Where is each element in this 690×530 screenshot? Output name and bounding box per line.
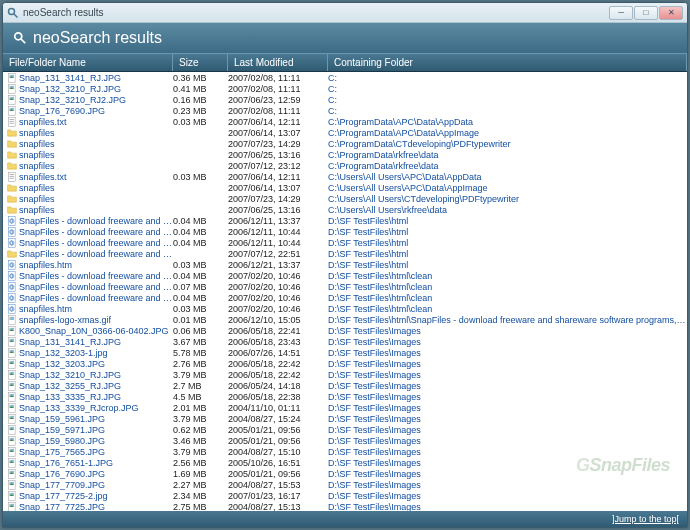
file-name-link[interactable]: snapfiles <box>19 194 173 204</box>
folder-link[interactable]: D:\SF TestFiles\Images <box>328 326 687 336</box>
file-name-link[interactable]: snapfiles <box>19 150 173 160</box>
table-row[interactable]: SnapFiles - download freeware and s...20… <box>3 248 687 259</box>
table-row[interactable]: Snap_177_7709.JPG2.27 MB2004/08/27, 15:5… <box>3 479 687 490</box>
file-name-link[interactable]: SnapFiles - download freeware and s... <box>19 238 173 248</box>
folder-link[interactable]: C: <box>328 84 687 94</box>
table-row[interactable]: SnapFiles - download freeware and s...0.… <box>3 237 687 248</box>
maximize-button[interactable]: □ <box>634 6 658 20</box>
folder-link[interactable]: D:\SF TestFiles\Images <box>328 348 687 358</box>
folder-link[interactable]: D:\SF TestFiles\Images <box>328 414 687 424</box>
file-name-link[interactable]: snapfiles <box>19 161 173 171</box>
file-name-link[interactable]: Snap_176_7690.JPG <box>19 469 173 479</box>
table-row[interactable]: snapfiles.htm0.03 MB2007/02/20, 10:46D:\… <box>3 303 687 314</box>
table-row[interactable]: Snap_175_7565.JPG3.79 MB2004/08/27, 15:1… <box>3 446 687 457</box>
col-header-modified[interactable]: Last Modified <box>228 54 328 71</box>
folder-link[interactable]: D:\SF TestFiles\Images <box>328 403 687 413</box>
folder-link[interactable]: D:\SF TestFiles\Images <box>328 381 687 391</box>
folder-link[interactable]: D:\SF TestFiles\html\clean <box>328 304 687 314</box>
folder-link[interactable]: D:\SF TestFiles\Images <box>328 480 687 490</box>
table-row[interactable]: Snap_177_7725.JPG2.75 MB2004/08/27, 15:1… <box>3 501 687 511</box>
folder-link[interactable]: D:\SF TestFiles\Images <box>328 392 687 402</box>
folder-link[interactable]: D:\SF TestFiles\Images <box>328 469 687 479</box>
folder-link[interactable]: D:\SF TestFiles\html <box>328 227 687 237</box>
table-row[interactable]: Snap_132_3210_RJ2.JPG0.16 MB2007/06/23, … <box>3 94 687 105</box>
folder-link[interactable]: C:\Users\All Users\CTdeveloping\PDFtypew… <box>328 194 687 204</box>
file-name-link[interactable]: Snap_177_7725.JPG <box>19 502 173 512</box>
table-row[interactable]: Snap_176_7690.JPG1.69 MB2005/01/21, 09:5… <box>3 468 687 479</box>
file-name-link[interactable]: Snap_132_3210_RJ.JPG <box>19 84 173 94</box>
file-name-link[interactable]: snapfiles.txt <box>19 117 173 127</box>
folder-link[interactable]: C:\Users\All Users\APC\Data\AppData <box>328 172 687 182</box>
table-row[interactable]: Snap_132_3210_RJ.JPG0.41 MB2007/02/08, 1… <box>3 83 687 94</box>
close-button[interactable]: ✕ <box>659 6 683 20</box>
folder-link[interactable]: C:\ProgramData\rkfree\data <box>328 150 687 160</box>
folder-link[interactable]: D:\SF TestFiles\html\clean <box>328 293 687 303</box>
table-row[interactable]: Snap_132_3255_RJ.JPG2.7 MB2006/05/24, 14… <box>3 380 687 391</box>
table-row[interactable]: snapfiles.txt0.03 MB2007/06/14, 12:11C:\… <box>3 116 687 127</box>
folder-link[interactable]: D:\SF TestFiles\html\clean <box>328 282 687 292</box>
folder-link[interactable]: D:\SF TestFiles\Images <box>328 491 687 501</box>
results-list[interactable]: Snap_131_3141_RJ.JPG0.36 MB2007/02/08, 1… <box>3 72 687 511</box>
file-name-link[interactable]: snapfiles <box>19 128 173 138</box>
table-row[interactable]: snapfiles2007/07/23, 14:29C:\ProgramData… <box>3 138 687 149</box>
folder-link[interactable]: C:\ProgramData\rkfree\data <box>328 161 687 171</box>
folder-link[interactable]: D:\SF TestFiles\Images <box>328 502 687 512</box>
table-row[interactable]: SnapFiles - download freeware and s...0.… <box>3 292 687 303</box>
table-row[interactable]: Snap_132_3203.JPG2.76 MB2006/05/18, 22:4… <box>3 358 687 369</box>
table-row[interactable]: snapfiles2007/07/12, 23:12C:\ProgramData… <box>3 160 687 171</box>
file-name-link[interactable]: SnapFiles - download freeware and s... <box>19 249 173 259</box>
table-row[interactable]: Snap_159_5971.JPG0.62 MB2005/01/21, 09:5… <box>3 424 687 435</box>
folder-link[interactable]: D:\SF TestFiles\Images <box>328 436 687 446</box>
file-name-link[interactable]: Snap_159_5971.JPG <box>19 425 173 435</box>
folder-link[interactable]: C:\Users\All Users\rkfree\data <box>328 205 687 215</box>
folder-link[interactable]: D:\SF TestFiles\html <box>328 238 687 248</box>
file-name-link[interactable]: Snap_133_3339_RJcrop.JPG <box>19 403 173 413</box>
table-row[interactable]: Snap_131_3141_RJ.JPG3.67 MB2006/05/18, 2… <box>3 336 687 347</box>
table-row[interactable]: snapfiles2007/06/14, 13:07C:\ProgramData… <box>3 127 687 138</box>
folder-link[interactable]: C:\ProgramData\APC\Data\AppImage <box>328 128 687 138</box>
file-name-link[interactable]: Snap_132_3210_RJ.JPG <box>19 370 173 380</box>
minimize-button[interactable]: ─ <box>609 6 633 20</box>
table-row[interactable]: Snap_176_7690.JPG0.23 MB2007/02/08, 11:1… <box>3 105 687 116</box>
file-name-link[interactable]: SnapFiles - download freeware and s... <box>19 216 173 226</box>
file-name-link[interactable]: Snap_132_3210_RJ2.JPG <box>19 95 173 105</box>
folder-link[interactable]: C: <box>328 95 687 105</box>
file-name-link[interactable]: snapfiles <box>19 205 173 215</box>
folder-link[interactable]: D:\SF TestFiles\Images <box>328 447 687 457</box>
file-name-link[interactable]: Snap_133_3335_RJ.JPG <box>19 392 173 402</box>
folder-link[interactable]: D:\SF TestFiles\Images <box>328 458 687 468</box>
table-row[interactable]: snapfiles-logo-xmas.gif0.01 MB2006/12/10… <box>3 314 687 325</box>
folder-link[interactable]: D:\SF TestFiles\html <box>328 249 687 259</box>
col-header-folder[interactable]: Containing Folder <box>328 54 687 71</box>
file-name-link[interactable]: Snap_159_5961.JPG <box>19 414 173 424</box>
table-row[interactable]: snapfiles2007/06/14, 13:07C:\Users\All U… <box>3 182 687 193</box>
folder-link[interactable]: D:\SF TestFiles\html\clean <box>328 271 687 281</box>
folder-link[interactable]: D:\SF TestFiles\Images <box>328 337 687 347</box>
table-row[interactable]: snapfiles.txt0.03 MB2007/06/14, 12:11C:\… <box>3 171 687 182</box>
table-row[interactable]: SnapFiles - download freeware and s...0.… <box>3 270 687 281</box>
table-row[interactable]: snapfiles2007/07/23, 14:29C:\Users\All U… <box>3 193 687 204</box>
table-row[interactable]: Snap_132_3210_RJ.JPG3.79 MB2006/05/18, 2… <box>3 369 687 380</box>
folder-link[interactable]: D:\SF TestFiles\Images <box>328 370 687 380</box>
folder-link[interactable]: D:\SF TestFiles\Images <box>328 359 687 369</box>
folder-link[interactable]: D:\SF TestFiles\html <box>328 260 687 270</box>
table-row[interactable]: K800_Snap_10N_0366-06-0402.JPG0.06 MB200… <box>3 325 687 336</box>
file-name-link[interactable]: SnapFiles - download freeware and s... <box>19 271 173 281</box>
file-name-link[interactable]: Snap_159_5980.JPG <box>19 436 173 446</box>
file-name-link[interactable]: Snap_131_3141_RJ.JPG <box>19 337 173 347</box>
table-row[interactable]: Snap_133_3339_RJcrop.JPG2.01 MB2004/11/1… <box>3 402 687 413</box>
table-row[interactable]: snapfiles2007/06/25, 13:16C:\ProgramData… <box>3 149 687 160</box>
folder-link[interactable]: C:\ProgramData\CTdeveloping\PDFtypewrite… <box>328 139 687 149</box>
table-row[interactable]: snapfiles2007/06/25, 13:16C:\Users\All U… <box>3 204 687 215</box>
folder-link[interactable]: D:\SF TestFiles\html\SnapFiles - downloa… <box>328 315 687 325</box>
folder-link[interactable]: C:\Users\All Users\APC\Data\AppImage <box>328 183 687 193</box>
file-name-link[interactable]: snapfiles.txt <box>19 172 173 182</box>
folder-link[interactable]: C: <box>328 106 687 116</box>
col-header-size[interactable]: Size <box>173 54 228 71</box>
file-name-link[interactable]: Snap_176_7690.JPG <box>19 106 173 116</box>
file-name-link[interactable]: Snap_132_3203-1.jpg <box>19 348 173 358</box>
table-row[interactable]: Snap_159_5961.JPG3.79 MB2004/08/27, 15:2… <box>3 413 687 424</box>
file-name-link[interactable]: snapfiles <box>19 183 173 193</box>
file-name-link[interactable]: snapfiles-logo-xmas.gif <box>19 315 173 325</box>
table-row[interactable]: SnapFiles - download freeware and s...0.… <box>3 281 687 292</box>
